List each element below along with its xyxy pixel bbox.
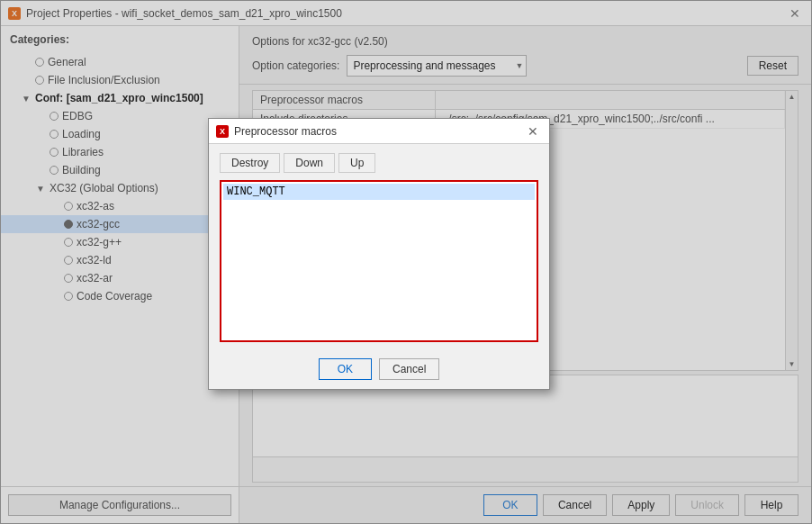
down-button[interactable]: Down [284, 153, 335, 173]
modal-close-button[interactable]: ✕ [524, 122, 542, 140]
up-button[interactable]: Up [338, 153, 375, 173]
modal-cancel-button[interactable]: Cancel [379, 358, 439, 380]
modal-title-left: X Preprocessor macros [216, 125, 337, 138]
modal-title-text: Preprocessor macros [234, 125, 337, 138]
modal-icon: X [216, 125, 229, 138]
modal-overlay: X Preprocessor macros ✕ Destroy Down Up [1, 1, 811, 523]
main-window: X Project Properties - wifi_socket_demos… [0, 0, 812, 524]
modal-body: Destroy Down Up [209, 144, 549, 351]
modal-title-bar: X Preprocessor macros ✕ [209, 119, 549, 144]
modal-dialog: X Preprocessor macros ✕ Destroy Down Up [208, 118, 550, 390]
modal-toolbar: Destroy Down Up [220, 153, 538, 173]
modal-ok-button[interactable]: OK [319, 358, 372, 380]
macro-input-field[interactable] [223, 184, 535, 200]
modal-list-area [220, 180, 538, 342]
modal-footer: OK Cancel [209, 351, 549, 389]
destroy-button[interactable]: Destroy [220, 153, 280, 173]
